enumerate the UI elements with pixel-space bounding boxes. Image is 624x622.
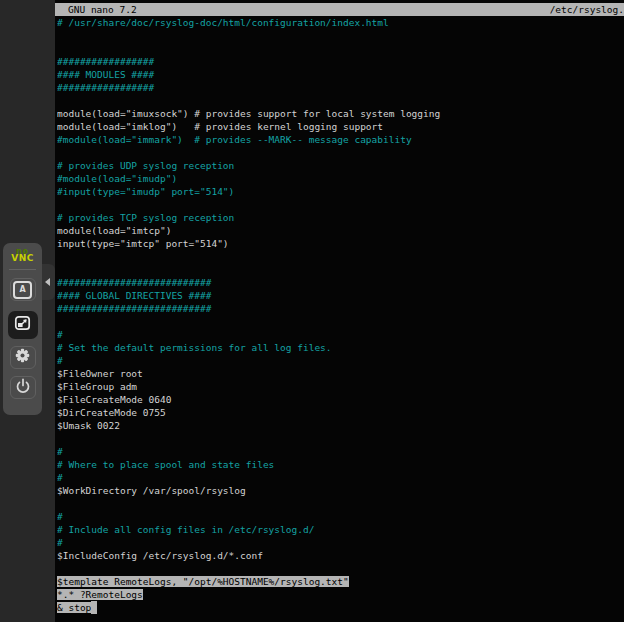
editor-line: # <box>57 328 624 341</box>
editor-line: #### GLOBAL DIRECTIVES #### <box>57 289 624 302</box>
editor-lines: # /usr/share/doc/rsyslog-doc/html/config… <box>55 16 624 614</box>
editor-line: # <box>57 445 624 458</box>
editor-line <box>57 94 624 107</box>
editor-line: # <box>57 354 624 367</box>
control-bar-handle[interactable] <box>42 264 55 300</box>
editor-line: # Include all config files in /etc/rsysl… <box>57 523 624 536</box>
editor-line: #module(load="imudp") <box>57 172 624 185</box>
editor-line: $DirCreateMode 0755 <box>57 406 624 419</box>
editor-line: input(type="imtcp" port="514") <box>57 237 624 250</box>
editor-line: #input(type="imudp" port="514") <box>57 185 624 198</box>
editor-line: $FileCreateMode 0640 <box>57 393 624 406</box>
editor-line: $FileOwner root <box>57 367 624 380</box>
editor-line: & stop <box>57 601 624 614</box>
editor-line: module(load="imuxsock") # provides suppo… <box>57 107 624 120</box>
gear-icon <box>15 348 30 367</box>
editor-line: # provides UDP syslog reception <box>57 159 624 172</box>
editor-line: $WorkDirectory /var/spool/rsyslog <box>57 484 624 497</box>
editor-line <box>57 29 624 42</box>
text-cursor <box>91 601 97 614</box>
vnc-screen: GNU nano 7.2 /etc/rsyslog. # /usr/share/… <box>0 0 624 622</box>
power-button[interactable] <box>10 376 36 399</box>
editor-line <box>57 562 624 575</box>
editor-line: # provides TCP syslog reception <box>57 211 624 224</box>
editor-line: # Where to place spool and state files <box>57 458 624 471</box>
editor-line: ########################### <box>57 276 624 289</box>
collapse-left-arrow-icon <box>45 278 50 286</box>
editor-line: $IncludeConfig /etc/rsyslog.d/*.conf <box>57 549 624 562</box>
editor-line: *.* ?RemoteLogs <box>57 588 624 601</box>
editor-line <box>57 146 624 159</box>
editor-line: # <box>57 471 624 484</box>
novnc-control-bar: no VNC A <box>3 243 42 415</box>
editor-line <box>57 497 624 510</box>
fullscreen-button[interactable] <box>8 311 38 339</box>
clipboard-a-icon: A <box>13 281 32 299</box>
editor-line: #module(load="immark") # provides --MARK… <box>57 133 624 146</box>
editor-line <box>57 250 624 263</box>
editor-line <box>57 315 624 328</box>
nano-file-path: /etc/rsyslog. <box>550 3 624 16</box>
editor-line <box>57 198 624 211</box>
editor-line: # Set the default permissions for all lo… <box>57 341 624 354</box>
editor-line: ################# <box>57 55 624 68</box>
editor-line: module(load="imklog") # provides kernel … <box>57 120 624 133</box>
editor-line: # <box>57 510 624 523</box>
editor-line: #### MODULES #### <box>57 68 624 81</box>
nano-app-title: GNU nano 7.2 <box>68 3 137 16</box>
novnc-logo: no VNC <box>11 248 34 262</box>
clipboard-button[interactable]: A <box>10 278 36 301</box>
control-bar-divider <box>9 269 36 270</box>
editor-line: ########################### <box>57 302 624 315</box>
power-icon <box>15 378 31 398</box>
nano-titlebar: GNU nano 7.2 /etc/rsyslog. <box>55 3 624 16</box>
novnc-logo-bottom: VNC <box>11 255 34 262</box>
editor-line: module(load="imtcp") <box>57 224 624 237</box>
editor-line: ################# <box>57 81 624 94</box>
editor-line <box>57 42 624 55</box>
editor-line <box>57 263 624 276</box>
editor-line: $Umask 0022 <box>57 419 624 432</box>
fullscreen-icon <box>14 315 31 335</box>
editor-line: # <box>57 536 624 549</box>
editor-line: $FileGroup adm <box>57 380 624 393</box>
editor-line: # /usr/share/doc/rsyslog-doc/html/config… <box>57 16 624 29</box>
editor-line: $template RemoteLogs, "/opt/%HOSTNAME%/r… <box>57 575 624 588</box>
settings-button[interactable] <box>10 346 36 369</box>
editor-line <box>57 432 624 445</box>
terminal-canvas[interactable]: GNU nano 7.2 /etc/rsyslog. # /usr/share/… <box>55 0 624 622</box>
